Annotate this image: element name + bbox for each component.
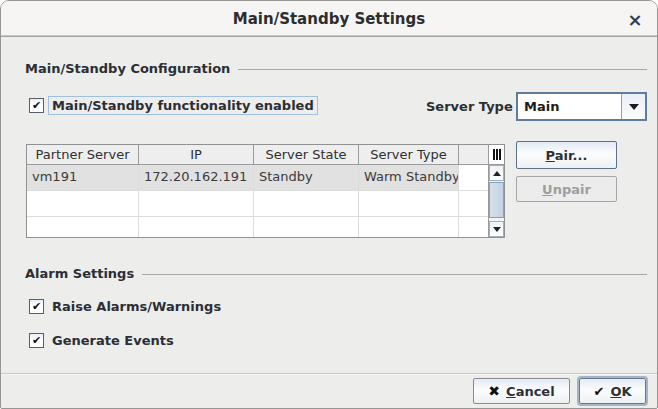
scroll-down-button[interactable] — [489, 221, 504, 237]
ok-button[interactable]: ✔ OK — [579, 378, 646, 404]
scroll-up-icon — [493, 171, 501, 176]
partner-server-table: Partner Server IP Server State Server Ty… — [26, 144, 505, 238]
section-divider — [238, 69, 647, 70]
ok-check-icon: ✔ — [593, 384, 604, 399]
alarm-section-title: Alarm Settings — [25, 266, 134, 281]
server-type-label: Server Type — [426, 99, 513, 114]
cell-server-state: Standby — [254, 165, 359, 191]
enable-functionality-label: Main/Standby functionality enabled — [48, 96, 318, 115]
table-row-empty — [27, 217, 488, 237]
cell-server-type: Warm Standby — [359, 165, 459, 191]
col-header-partner-server[interactable]: Partner Server — [27, 145, 139, 164]
server-type-select[interactable]: Main — [516, 92, 647, 121]
unpair-button[interactable]: Unpair — [516, 176, 617, 202]
chevron-down-icon — [629, 104, 639, 110]
col-header-ip[interactable]: IP — [139, 145, 254, 164]
main-standby-settings-dialog: Main/Standby Settings × Main/Standby Con… — [0, 0, 658, 409]
server-type-value: Main — [518, 94, 621, 119]
pair-button[interactable]: Pair... — [516, 141, 617, 169]
table-header-row: Partner Server IP Server State Server Ty… — [27, 145, 488, 165]
config-section-header: Main/Standby Configuration — [25, 61, 647, 76]
table-scrollbar[interactable] — [488, 145, 504, 237]
raise-alarms-checkbox[interactable]: ✔ Raise Alarms/Warnings — [29, 297, 225, 316]
col-header-server-type[interactable]: Server Type — [359, 145, 459, 164]
dialog-title: Main/Standby Settings — [1, 10, 657, 28]
col-header-server-state[interactable]: Server State — [254, 145, 359, 164]
checkbox-checked-icon: ✔ — [29, 98, 44, 113]
scroll-down-icon — [493, 227, 501, 232]
footer-divider — [1, 373, 657, 374]
column-selector-icon[interactable] — [489, 145, 504, 165]
title-bar: Main/Standby Settings × — [1, 1, 657, 37]
checkbox-checked-icon: ✔ — [29, 299, 44, 314]
config-section-title: Main/Standby Configuration — [25, 61, 230, 76]
enable-functionality-checkbox[interactable]: ✔ Main/Standby functionality enabled — [29, 96, 318, 115]
alarm-section-header: Alarm Settings — [25, 266, 647, 281]
combo-dropdown-button[interactable] — [621, 94, 645, 119]
generate-events-checkbox[interactable]: ✔ Generate Events — [29, 331, 178, 350]
checkbox-checked-icon: ✔ — [29, 333, 44, 348]
cancel-x-icon: ✖ — [488, 383, 500, 399]
table-body: vm191 172.20.162.191 Standby Warm Standb… — [27, 165, 488, 237]
section-divider — [142, 274, 647, 275]
close-icon[interactable]: × — [623, 7, 647, 31]
generate-events-label: Generate Events — [48, 331, 178, 350]
table-row-empty — [27, 191, 488, 217]
cell-partner-server: vm191 — [27, 165, 139, 191]
col-header-spacer — [459, 145, 488, 164]
table-row[interactable]: vm191 172.20.162.191 Standby Warm Standb… — [27, 165, 488, 191]
cancel-button[interactable]: ✖ Cancel — [473, 378, 570, 404]
raise-alarms-label: Raise Alarms/Warnings — [48, 297, 225, 316]
scroll-up-button[interactable] — [489, 165, 504, 181]
cell-ip: 172.20.162.191 — [139, 165, 254, 191]
scrollbar-thumb[interactable] — [489, 182, 504, 218]
